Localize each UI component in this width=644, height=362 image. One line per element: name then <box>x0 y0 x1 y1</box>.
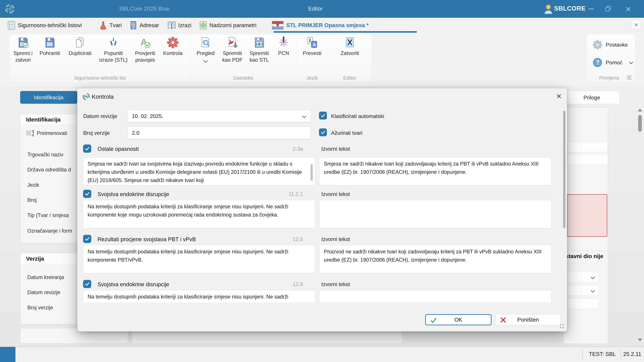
spellcheck-button[interactable]: A Provjeriti pravopis <box>130 36 160 63</box>
preview-icon <box>200 36 212 49</box>
close-window-button[interactable]: × <box>621 0 636 18</box>
textarea-scrollbar-thumb[interactable] <box>310 164 313 181</box>
button-label: Pregled <box>192 50 219 57</box>
settings-label: Postavke <box>606 42 628 48</box>
cancel-button[interactable]: Poništen <box>496 314 560 325</box>
source-text-label: Izvorni tekst <box>321 146 350 152</box>
save-close-icon <box>17 36 29 49</box>
source-textarea[interactable]: Smjesa ne sadrži nikakve tvari koji zado… <box>319 157 552 185</box>
classification-alert-box <box>567 194 607 237</box>
tab-label: Nadzorni parametri <box>210 22 256 28</box>
maximize-restore-icon <box>605 5 612 12</box>
section-number: 2.3a <box>266 146 303 152</box>
control-gear-icon <box>167 36 179 49</box>
source-textarea[interactable] <box>319 290 552 303</box>
tab-izrazi[interactable]: Izrazi <box>168 20 192 30</box>
duplicate-button[interactable]: Duplicirati <box>66 36 94 57</box>
field-label-trgovacki-naziv: Trgovački naziv <box>27 152 63 158</box>
app-logo-icon <box>4 3 16 14</box>
svg-text:ž: ž <box>309 38 311 43</box>
version-number-input[interactable]: 2.0 <box>128 127 311 139</box>
control-button[interactable]: Kontrola <box>160 36 186 57</box>
right-input-2[interactable] <box>568 154 608 165</box>
scrollbar-up-arrow[interactable] <box>638 109 642 111</box>
field-label-tip: Tip (Tvar / smjesa <box>27 212 69 218</box>
section-checkbox[interactable] <box>83 145 91 153</box>
right-input-1[interactable] <box>568 142 608 152</box>
fill-phrases-button[interactable]: Popuniti izraze (STL) <box>98 36 129 63</box>
button-label: Popuniti izraze (STL) <box>98 50 129 63</box>
rename-icon <box>26 130 35 136</box>
close-tab-button[interactable]: × <box>632 20 641 29</box>
revision-date-dropdown[interactable]: 10. 02. 2025. <box>128 110 311 123</box>
preview-button[interactable]: Pregled <box>192 36 219 63</box>
dialog-close-button[interactable]: × <box>554 91 564 101</box>
button-label: Spremiti kao PDF <box>217 50 248 63</box>
close-icon: × <box>634 22 638 28</box>
user-avatar-icon <box>544 4 553 14</box>
dialog-title: Kontrola <box>92 93 114 100</box>
section-checkbox[interactable] <box>83 235 91 243</box>
scrollbar-thumb[interactable] <box>638 115 642 132</box>
tab-label: Tvari <box>110 22 122 28</box>
tab-tvari[interactable]: Tvari <box>99 20 122 30</box>
checkmark-icon <box>84 146 90 152</box>
scrollbar-down-arrow[interactable] <box>638 339 642 341</box>
flask-icon <box>99 21 107 30</box>
rename-label: Preimenovati <box>37 130 67 136</box>
tab-label: STL PRIMJER Opasna smjesa * <box>286 22 369 28</box>
settings-button[interactable]: Postavke <box>593 40 628 50</box>
double-down-arrows-icon <box>108 36 120 49</box>
help-button[interactable]: ? Pomoć <box>593 58 632 67</box>
translate-button[interactable]: ž A Prevesti <box>298 36 326 57</box>
field-label-drzava-odredista: Država odredišta d <box>27 167 71 173</box>
statusbar-accent-square[interactable] <box>0 347 16 362</box>
section-textarea[interactable]: Na temelju dostupnih podataka kriteriji … <box>83 200 315 228</box>
settings-gear-icon <box>593 40 602 50</box>
tab-identifikacija[interactable]: Identifikacija <box>20 91 77 104</box>
close-editor-button[interactable]: Zatvoriti <box>335 36 365 57</box>
tab-stl-primjer-opasna-smjesa[interactable]: STL PRIMJER Opasna smjesa * <box>272 20 369 30</box>
update-substances-label: Ažurirati tvari <box>331 130 362 136</box>
section-textarea[interactable]: Na temelju dostupnih podataka kriteriji … <box>83 290 315 303</box>
save-button[interactable]: Pohraniti <box>36 36 63 57</box>
minimize-button[interactable] <box>584 0 599 18</box>
update-substances-checkbox[interactable] <box>319 128 327 136</box>
dialog-scrollbar-thumb[interactable] <box>563 111 566 228</box>
ok-button[interactable]: OK <box>425 314 492 325</box>
save-as-stl-button[interactable]: Spremiti kao STL <box>244 36 274 63</box>
section-checkbox[interactable] <box>83 190 91 198</box>
save-and-close-button[interactable]: Spremi i zatvori <box>9 36 37 63</box>
source-textarea[interactable]: Proizvod ne sadrži nikakve tvari koji za… <box>319 245 552 273</box>
checkmark-icon <box>84 236 90 242</box>
pcn-button[interactable]: PCN <box>272 36 295 57</box>
checkmark-icon <box>320 113 326 118</box>
close-document-icon <box>344 36 356 49</box>
tab-sigurnosno-tehnicki-listovi[interactable]: Sigurnosno-tehnički listovi <box>8 20 82 30</box>
field-label-broj: Broj <box>27 197 36 203</box>
panel-title: Identifikacija <box>20 114 78 125</box>
statusbar: TEST: SBL 25.2.11 <box>0 347 644 362</box>
auto-classify-checkbox[interactable] <box>319 112 327 120</box>
tab-label: Sigurnosno-tehnički listovi <box>18 22 82 28</box>
button-label: Spremiti kao STL <box>244 50 274 63</box>
tab-label: Priloge <box>584 95 600 101</box>
account-button[interactable]: SBLCORE <box>554 5 586 12</box>
window-title: Editor <box>285 5 346 12</box>
maximize-restore-button[interactable] <box>601 0 616 18</box>
tab-priloge[interactable]: Priloge <box>564 91 620 104</box>
tab-nadzorni-parametri[interactable]: Nadzorni parametri <box>199 20 256 30</box>
source-textarea[interactable] <box>319 200 552 228</box>
save-as-pdf-button[interactable]: Spremiti kao PDF <box>217 36 248 63</box>
pdf-icon <box>226 36 238 49</box>
close-icon: × <box>556 92 562 101</box>
section-textarea[interactable]: Na temelju dostupnih podataka kriteriji … <box>83 245 315 273</box>
section-checkbox[interactable] <box>83 280 91 288</box>
close-icon: × <box>626 3 631 14</box>
chevron-down-icon <box>203 58 208 62</box>
section-textarea[interactable]: Smjesa ne sadrži tvari sa svojstvima koj… <box>83 157 315 185</box>
spellcheck-icon: A <box>139 36 151 49</box>
rename-button[interactable]: Preimenovati <box>26 130 67 136</box>
tab-adresar[interactable]: Adresar <box>130 20 159 30</box>
group-options-icon[interactable] <box>627 76 632 79</box>
